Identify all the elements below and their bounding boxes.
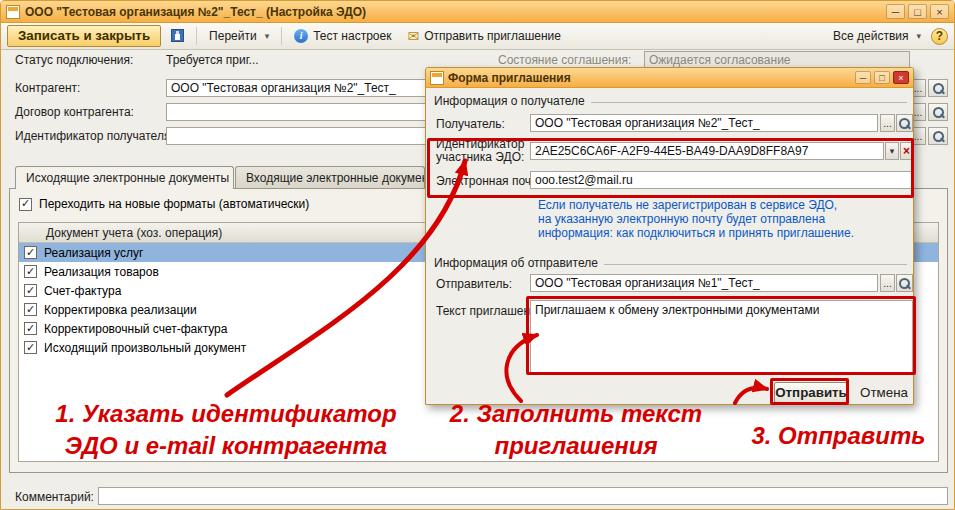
floppy-icon <box>171 29 184 42</box>
envelope-icon <box>407 29 419 43</box>
highlight-rect-identifier-email <box>427 138 914 198</box>
annotation-step1-line1: 1. Указать идентификатор <box>21 400 431 428</box>
test-settings-button[interactable]: Тест настроек <box>288 27 397 46</box>
comment-field[interactable] <box>98 487 948 505</box>
magnifier-icon <box>932 130 945 143</box>
sender-label: Отправитель: <box>436 277 512 291</box>
contract-label: Договор контрагента: <box>15 105 134 119</box>
tab-incoming-documents[interactable]: Входящие электронные документы <box>235 166 425 188</box>
recipient-select-button[interactable] <box>880 114 895 132</box>
application-window: ООО "Тестовая организация №2"_Тест_ (Нас… <box>0 0 955 510</box>
info-icon <box>294 29 308 43</box>
app-icon <box>6 5 20 19</box>
sender-field[interactable]: ООО "Тестовая организация №1"_Тест_ <box>530 274 878 292</box>
window-title: ООО "Тестовая организация №2"_Тест_ (Нас… <box>25 5 366 19</box>
sender-search-button[interactable] <box>896 274 913 292</box>
annotation-step3: 3. Отправить <box>731 422 946 450</box>
row-label: Корректировка реализации <box>44 303 197 317</box>
comment-label: Комментарий: <box>15 490 94 504</box>
magnifier-icon <box>898 117 911 130</box>
highlight-rect-invite-text <box>526 296 916 375</box>
recipient-field[interactable]: ООО "Тестовая организация №2"_Тест_ <box>530 114 878 132</box>
annotation-step2-line1: 2. Заполнить текст <box>431 400 721 428</box>
dialog-titlebar: Форма приглашения <box>426 68 913 88</box>
sender-group-header: Информация об отправителе <box>434 256 907 270</box>
dialog-close-icon[interactable] <box>893 71 909 84</box>
main-toolbar: Записать и закрыть Перейти Тест настроек… <box>1 23 954 50</box>
row-label: Реализация услуг <box>44 246 143 260</box>
auto-format-checkbox[interactable] <box>19 198 32 211</box>
counterparty-label: Контрагент: <box>15 81 80 95</box>
test-settings-label: Тест настроек <box>313 29 391 43</box>
receiver-id-label: Идентификатор получателя: <box>15 129 174 143</box>
send-invitation-button[interactable]: Отправить приглашение <box>401 27 567 46</box>
registration-hint: Если получатель не зарегистрирован в сер… <box>538 198 910 240</box>
recipient-search-button[interactable] <box>896 114 913 132</box>
magnifier-icon <box>898 277 911 290</box>
cancel-button[interactable]: Отмена <box>856 382 912 403</box>
auto-format-label: Переходить на новые форматы (автоматичес… <box>39 197 309 211</box>
close-icon[interactable] <box>930 4 949 19</box>
maximize-icon[interactable] <box>908 4 927 19</box>
annotation-step1-line2: ЭДО и e-mail контрагента <box>21 432 431 460</box>
counterparty-search-button[interactable] <box>928 79 948 97</box>
row-checkbox[interactable] <box>24 284 37 297</box>
row-checkbox[interactable] <box>24 246 37 259</box>
window-titlebar: ООО "Тестовая организация №2"_Тест_ (Нас… <box>1 1 954 23</box>
row-label: Корректировочный счет-фактура <box>44 322 227 336</box>
all-actions-button[interactable]: Все действия <box>827 27 927 46</box>
row-checkbox[interactable] <box>24 303 37 316</box>
toolbar-separator <box>196 27 197 45</box>
contract-search-button[interactable] <box>928 103 948 121</box>
row-label: Реализация товаров <box>44 265 159 279</box>
toolbar-separator <box>281 27 282 45</box>
dialog-icon <box>430 71 444 85</box>
row-label: Счет-фактура <box>44 284 121 298</box>
dialog-maximize-icon[interactable] <box>874 71 890 84</box>
row-label: Исходящий произвольный документ <box>44 341 246 355</box>
help-button[interactable]: ? <box>931 28 948 45</box>
row-checkbox[interactable] <box>24 322 37 335</box>
magnifier-icon <box>932 106 945 119</box>
recipient-label: Получатель: <box>436 117 505 131</box>
row-checkbox[interactable] <box>24 341 37 354</box>
send-invitation-label: Отправить приглашение <box>424 29 561 43</box>
recipient-group-header: Информация о получателе <box>434 94 907 108</box>
agreement-label: Состояние соглашения: <box>498 53 631 67</box>
tab-outgoing-documents[interactable]: Исходящие электронные документы <box>15 166 234 189</box>
row-checkbox[interactable] <box>24 265 37 278</box>
highlight-rect-send-button <box>770 378 849 405</box>
save-and-close-button[interactable]: Записать и закрыть <box>7 25 161 47</box>
goto-menu-button[interactable]: Перейти <box>203 27 275 46</box>
dialog-minimize-icon[interactable] <box>855 71 871 84</box>
status-label: Статус подключения: <box>15 53 133 67</box>
annotation-step2-line2: приглашения <box>431 432 721 460</box>
save-button[interactable] <box>165 27 190 45</box>
sender-select-button[interactable] <box>880 274 895 292</box>
dialog-title: Форма приглашения <box>448 71 571 85</box>
minimize-icon[interactable] <box>886 4 905 19</box>
receiver-id-search-button[interactable] <box>928 127 948 145</box>
magnifier-icon <box>932 82 945 95</box>
status-value: Требуется приг... <box>166 53 259 67</box>
